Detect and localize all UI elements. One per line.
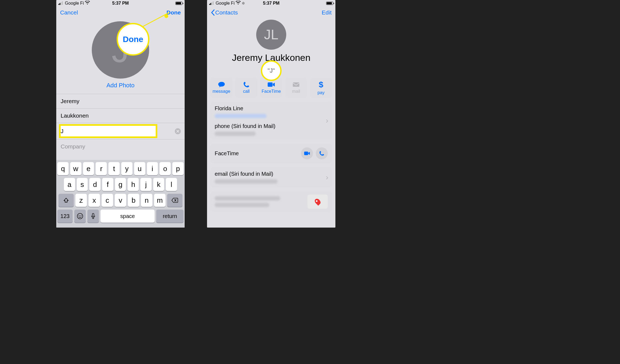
edit-fields: Jeremy Laukkonen J Company (56, 94, 185, 154)
key-i[interactable]: i (147, 162, 158, 175)
facetime-audio-button[interactable] (316, 147, 328, 159)
nickname-callout-text: "J" (268, 67, 275, 74)
key-x[interactable]: x (88, 194, 100, 207)
time-label: 5:37 PM (263, 1, 279, 6)
key-l[interactable]: l (166, 178, 177, 191)
space-key[interactable]: space (101, 210, 155, 223)
edit-button[interactable]: Edit (322, 9, 332, 16)
facetime-video-button[interactable] (301, 147, 313, 159)
phone-icon (319, 151, 324, 156)
key-d[interactable]: d (89, 178, 101, 191)
key-row-1: qwertyuiop (57, 162, 184, 175)
key-g[interactable]: g (115, 178, 126, 191)
call-label: call (243, 89, 250, 94)
svg-rect-5 (293, 82, 299, 87)
svg-rect-3 (92, 213, 94, 217)
address-label-redacted (215, 196, 280, 201)
phone-icon (243, 81, 250, 88)
carrier-label: Google Fi (216, 1, 235, 6)
svg-rect-4 (268, 82, 273, 87)
avatar[interactable]: JL (256, 20, 286, 50)
svg-point-0 (77, 213, 83, 219)
callout-anchor-dot (164, 14, 168, 18)
loading-spinner-icon: ✲ (242, 1, 245, 5)
address-card[interactable] (210, 191, 332, 212)
stage: Google Fi 5:37 PM Cancel Done Done J Add… (0, 0, 620, 364)
company-field[interactable]: Company (56, 139, 185, 154)
key-z[interactable]: z (75, 194, 87, 207)
carrier-label: Google Fi (65, 1, 84, 6)
first-name-field[interactable]: Jeremy (56, 94, 185, 108)
key-e[interactable]: e (83, 162, 94, 175)
nickname-value: J (61, 128, 64, 135)
time-label: 5:37 PM (112, 1, 129, 6)
svg-rect-6 (304, 152, 308, 155)
shift-key[interactable] (58, 194, 74, 207)
nickname-callout-bubble: "J" (261, 60, 282, 81)
key-j[interactable]: j (140, 178, 152, 191)
clear-text-button[interactable] (175, 128, 181, 134)
key-s[interactable]: s (77, 178, 88, 191)
back-label: Contacts (215, 9, 238, 16)
right-phone: Google Fi ✲ 5:37 PM Contacts Edit JL Jer… (207, 0, 335, 228)
key-c[interactable]: c (102, 194, 113, 207)
battery-icon (175, 2, 182, 5)
key-row-3: zxcvbnm (57, 194, 184, 207)
done-callout-text: Done (123, 35, 143, 44)
email-label: email (Siri found in Mail) (215, 171, 328, 177)
return-key[interactable]: return (156, 210, 184, 223)
key-y[interactable]: y (121, 162, 132, 175)
first-name-value: Jeremy (61, 98, 79, 105)
key-p[interactable]: p (172, 162, 184, 175)
key-q[interactable]: q (57, 162, 69, 175)
facetime-card: FaceTime (210, 144, 332, 163)
key-n[interactable]: n (141, 194, 152, 207)
key-k[interactable]: k (153, 178, 164, 191)
back-chevron-icon (211, 9, 215, 16)
phone-numbers-card[interactable]: Florida Line phone (Siri found in Mail) … (210, 102, 332, 140)
map-thumbnail[interactable] (308, 195, 328, 209)
signal-icon (209, 2, 214, 5)
message-button[interactable]: message (210, 77, 232, 98)
video-icon (267, 81, 275, 88)
wifi-icon (236, 1, 241, 6)
avatar-initials: JL (264, 27, 279, 43)
key-m[interactable]: m (154, 194, 166, 207)
message-label: message (212, 89, 230, 94)
key-v[interactable]: v (115, 194, 126, 207)
last-name-field[interactable]: Laukkonen (56, 108, 185, 123)
mail-label: mail (292, 89, 300, 94)
last-name-value: Laukkonen (61, 112, 89, 119)
pay-button[interactable]: $ pay (310, 77, 332, 98)
key-r[interactable]: r (96, 162, 107, 175)
add-photo-button[interactable]: Add Photo (56, 82, 185, 89)
mail-button: mail (285, 77, 307, 98)
key-a[interactable]: a (64, 178, 75, 191)
emoji-key[interactable] (74, 210, 86, 223)
cancel-button[interactable]: Cancel (60, 9, 78, 16)
video-icon (304, 151, 310, 156)
numbers-key[interactable]: 123 (57, 210, 73, 223)
wifi-icon (85, 1, 90, 6)
dollar-icon: $ (319, 80, 323, 89)
key-b[interactable]: b (128, 194, 139, 207)
back-button[interactable]: Contacts (211, 9, 238, 16)
call-button[interactable]: call (235, 77, 257, 98)
email-card[interactable]: email (Siri found in Mail) › (210, 167, 332, 187)
key-o[interactable]: o (160, 162, 171, 175)
status-bar: Google Fi 5:37 PM (56, 0, 185, 7)
backspace-key[interactable] (167, 194, 182, 207)
key-u[interactable]: u (134, 162, 145, 175)
dictation-key[interactable] (87, 210, 99, 223)
nav-bar: Contacts Edit (207, 7, 335, 19)
chevron-right-icon: › (326, 173, 328, 182)
key-w[interactable]: w (70, 162, 81, 175)
key-f[interactable]: f (102, 178, 113, 191)
key-h[interactable]: h (128, 178, 139, 191)
key-t[interactable]: t (108, 162, 120, 175)
company-placeholder: Company (61, 143, 85, 150)
left-phone: Google Fi 5:37 PM Cancel Done Done J Add… (56, 0, 185, 228)
keyboard: qwertyuiop asdfghjkl zxcvbnm 123 (56, 160, 185, 228)
mail-icon (292, 81, 300, 88)
nickname-field[interactable]: J (56, 123, 185, 139)
